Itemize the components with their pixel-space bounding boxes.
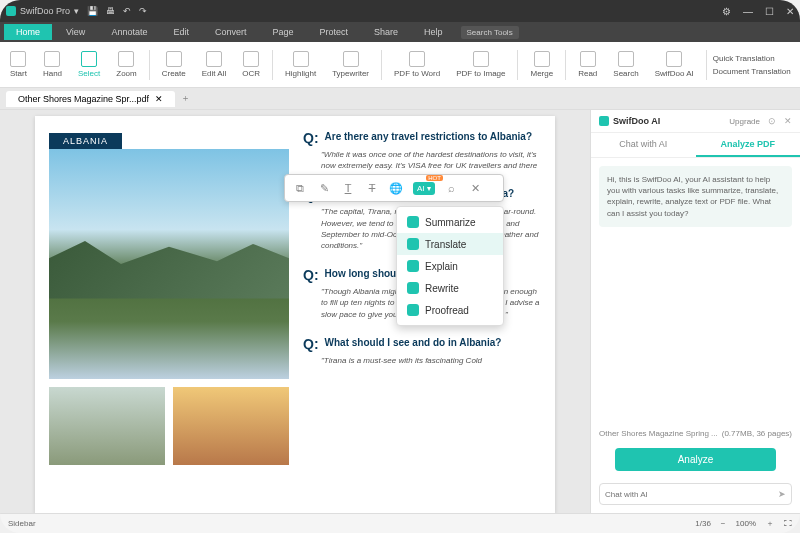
menu-convert[interactable]: Convert xyxy=(203,24,259,40)
ribbon-search[interactable]: Search xyxy=(607,49,644,80)
qa-4: Q:What should I see and do in Albania? "… xyxy=(303,336,541,366)
chat-input-box[interactable]: ➤ xyxy=(599,483,792,505)
close-icon[interactable]: ✕ xyxy=(786,6,794,17)
zoom-out-icon[interactable]: − xyxy=(721,519,726,528)
close-toolbar-icon[interactable]: ✕ xyxy=(469,181,483,195)
window-controls: ⚙ — ☐ ✕ xyxy=(722,6,794,17)
selection-toolbar: ⧉ ✎ T T 🌐 AI ▾ ⌕ ✕ xyxy=(284,174,504,202)
translate-icon[interactable]: 🌐 xyxy=(389,181,403,195)
analyze-button[interactable]: Analyze xyxy=(615,448,776,471)
menu-share[interactable]: Share xyxy=(362,24,410,40)
menubar: Home View Annotate Edit Convert Page Pro… xyxy=(0,22,800,42)
quick-translation[interactable]: Quick Translation xyxy=(713,54,791,63)
settings-icon[interactable]: ⚙ xyxy=(722,6,731,17)
ribbon-pdftoimage[interactable]: PDF to Image xyxy=(450,49,511,80)
tab-close-icon[interactable]: ✕ xyxy=(155,94,163,104)
app-logo: SwifDoo Pro ▾ xyxy=(6,6,79,16)
document-tab[interactable]: Other Shores Magazine Spr...pdf ✕ xyxy=(6,91,175,107)
undo-icon[interactable]: ↶ xyxy=(123,6,131,16)
send-icon[interactable]: ➤ xyxy=(778,489,786,499)
minimize-icon[interactable]: — xyxy=(743,6,753,17)
titlebar: SwifDoo Pro ▾ 💾 🖶 ↶ ↷ ⚙ — ☐ ✕ xyxy=(0,0,800,22)
qa-1: Q:Are there any travel restrictions to A… xyxy=(303,130,541,171)
tab-chat[interactable]: Chat with AI xyxy=(591,133,696,157)
ribbon-read[interactable]: Read xyxy=(572,49,603,80)
underline-icon[interactable]: T xyxy=(341,181,355,195)
q-mark: Q: xyxy=(303,130,319,146)
ribbon-ocr[interactable]: OCR xyxy=(236,49,266,80)
app-name: SwifDoo Pro xyxy=(20,6,70,16)
dd-summarize[interactable]: Summarize xyxy=(397,211,503,233)
file-meta: (0.77MB, 36 pages) xyxy=(722,429,792,438)
menu-protect[interactable]: Protect xyxy=(307,24,360,40)
chat-input[interactable] xyxy=(605,490,778,499)
ai-button[interactable]: AI ▾ xyxy=(413,182,435,195)
country-badge: ALBANIA xyxy=(49,133,122,149)
statusbar: Sidebar 1/36 − 100% ＋ ⛶ xyxy=(0,513,800,533)
doc-tab-name: Other Shores Magazine Spr...pdf xyxy=(18,94,149,104)
ribbon-typewriter[interactable]: Typewriter xyxy=(326,49,375,80)
ribbon-create[interactable]: Create xyxy=(156,49,192,80)
page-indicator[interactable]: 1/36 xyxy=(695,519,711,528)
upgrade-link[interactable]: Upgrade xyxy=(729,117,760,126)
thumb-image-2 xyxy=(173,387,289,465)
dd-translate[interactable]: Translate xyxy=(397,233,503,255)
menu-home[interactable]: Home xyxy=(4,24,52,40)
document-viewer: ALBANIA Q:Are there any travel restricti… xyxy=(0,110,590,513)
ribbon-merge[interactable]: Merge xyxy=(524,49,559,80)
ribbon-start[interactable]: Start xyxy=(4,49,33,80)
menu-help[interactable]: Help xyxy=(412,24,455,40)
ribbon-ai[interactable]: SwifDoo AI xyxy=(649,49,700,80)
file-info: Other Shores Magazine Spring ... (0.77MB… xyxy=(599,429,792,438)
ai-side-panel: SwifDoo AI Upgrade ⊙ ✕ Chat with AI Anal… xyxy=(590,110,800,513)
ribbon-editall[interactable]: Edit All xyxy=(196,49,232,80)
zoom-level[interactable]: 100% xyxy=(736,519,756,528)
ribbon-hand[interactable]: Hand xyxy=(37,49,68,80)
highlight-icon[interactable]: ✎ xyxy=(317,181,331,195)
sidebar-toggle[interactable]: Sidebar xyxy=(8,519,36,528)
file-name: Other Shores Magazine Spring ... xyxy=(599,429,718,438)
pin-icon[interactable]: ⊙ xyxy=(768,116,776,126)
fit-icon[interactable]: ⛶ xyxy=(784,519,792,528)
thumb-image-1 xyxy=(49,387,165,465)
redo-icon[interactable]: ↷ xyxy=(139,6,147,16)
document-tabs: Other Shores Magazine Spr...pdf ✕ ＋ xyxy=(0,88,800,110)
tab-analyze[interactable]: Analyze PDF xyxy=(696,133,801,157)
save-icon[interactable]: 💾 xyxy=(87,6,98,16)
zoom-in-icon[interactable]: ＋ xyxy=(766,518,774,529)
ribbon-select[interactable]: Select xyxy=(72,49,106,80)
ribbon-translation: Quick Translation Document Translation xyxy=(713,54,791,76)
menu-edit[interactable]: Edit xyxy=(161,24,201,40)
menu-page[interactable]: Page xyxy=(260,24,305,40)
search-tools[interactable]: Search Tools xyxy=(461,26,519,39)
menu-annotate[interactable]: Annotate xyxy=(99,24,159,40)
quick-access: 💾 🖶 ↶ ↷ xyxy=(87,6,147,16)
ribbon-pdftoword[interactable]: PDF to Word xyxy=(388,49,446,80)
ribbon-highlight[interactable]: Highlight xyxy=(279,49,322,80)
ai-logo-icon xyxy=(599,116,609,126)
print-icon[interactable]: 🖶 xyxy=(106,6,115,16)
dropdown-caret-icon[interactable]: ▾ xyxy=(74,6,79,16)
maximize-icon[interactable]: ☐ xyxy=(765,6,774,17)
copy-icon[interactable]: ⧉ xyxy=(293,181,307,195)
hero-image xyxy=(49,149,289,379)
panel-title: SwifDoo AI xyxy=(613,116,725,126)
ai-greeting: Hi, this is SwifDoo AI, your AI assistan… xyxy=(599,166,792,227)
menu-view[interactable]: View xyxy=(54,24,97,40)
panel-close-icon[interactable]: ✕ xyxy=(784,116,792,126)
ribbon: Start Hand Select Zoom Create Edit All O… xyxy=(0,42,800,88)
dd-explain[interactable]: Explain xyxy=(397,255,503,277)
add-tab-icon[interactable]: ＋ xyxy=(181,92,190,105)
dd-rewrite[interactable]: Rewrite xyxy=(397,277,503,299)
document-translation[interactable]: Document Translation xyxy=(713,67,791,76)
ai-dropdown: Summarize Translate Explain Rewrite Proo… xyxy=(396,206,504,326)
strikeout-icon[interactable]: T xyxy=(365,181,379,195)
logo-icon xyxy=(6,6,16,16)
dd-proofread[interactable]: Proofread xyxy=(397,299,503,321)
search-icon[interactable]: ⌕ xyxy=(445,181,459,195)
ribbon-zoom[interactable]: Zoom xyxy=(110,49,142,80)
